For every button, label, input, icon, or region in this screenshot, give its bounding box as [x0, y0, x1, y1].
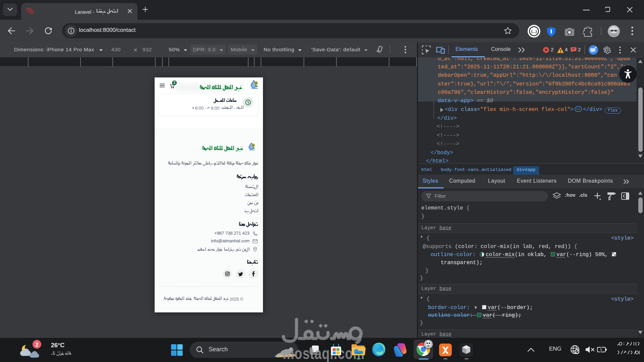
svg-text:{...}: {...} — [531, 29, 537, 34]
